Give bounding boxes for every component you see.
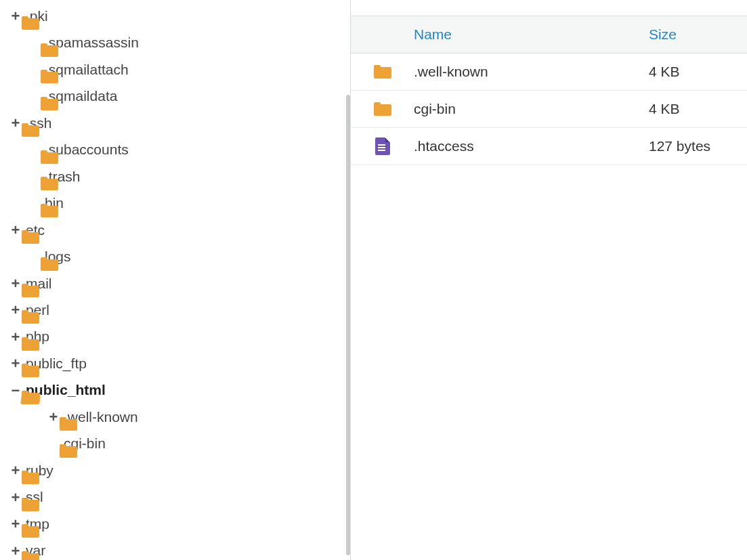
tree-item[interactable]: +.trash	[9, 163, 343, 190]
tree-item[interactable]: +mail	[9, 270, 343, 297]
expand-toggle[interactable]: +	[9, 271, 22, 297]
tree-item[interactable]: +.sqmaildata	[9, 83, 343, 109]
tree-item[interactable]: +.ssh	[9, 110, 343, 136]
expand-toggle[interactable]: +	[9, 3, 22, 29]
folder-tree-panel: +.pki+.spamassassin+.sqmailattach+.sqmai…	[0, 0, 343, 560]
file-name: .well-known	[414, 64, 649, 80]
file-name: .htaccess	[414, 138, 649, 154]
tree-item[interactable]: +cgi-bin	[9, 430, 343, 456]
file-icon	[375, 137, 390, 155]
expand-toggle[interactable]: +	[9, 485, 22, 511]
expand-toggle[interactable]: +	[9, 351, 22, 376]
table-row[interactable]: .htaccess127 bytes	[351, 128, 747, 165]
expand-toggle[interactable]: +	[9, 458, 22, 483]
table-row[interactable]: cgi-bin4 KB	[351, 91, 747, 128]
expand-toggle[interactable]: +	[9, 110, 22, 136]
file-list-panel: Name Size .well-known4 KBcgi-bin4 KB.hta…	[350, 0, 747, 560]
folder-tree: +.pki+.spamassassin+.sqmailattach+.sqmai…	[9, 3, 343, 560]
file-size: 4 KB	[649, 101, 680, 117]
table-row[interactable]: .well-known4 KB	[351, 53, 747, 91]
folder-icon-cell	[351, 65, 414, 79]
tree-item[interactable]: −public_html	[9, 376, 343, 403]
tree-item[interactable]: +logs	[9, 243, 343, 270]
tree-item-label[interactable]: .spamassassin	[45, 35, 139, 51]
tree-item[interactable]: +ssl	[9, 483, 343, 510]
column-header-name[interactable]: Name	[351, 26, 649, 43]
tree-item[interactable]: +ruby	[9, 457, 343, 483]
tree-item[interactable]: +perl	[9, 297, 343, 323]
table-header: Name Size	[351, 16, 747, 53]
tree-item[interactable]: +.pki	[9, 3, 343, 29]
expand-toggle[interactable]: +	[9, 538, 22, 560]
file-size: 4 KB	[649, 64, 680, 80]
tree-item[interactable]: +bin	[9, 190, 343, 216]
file-manager: +.pki+.spamassassin+.sqmailattach+.sqmai…	[0, 0, 747, 560]
collapse-toggle[interactable]: −	[9, 378, 22, 404]
toolbar-spacer	[351, 0, 747, 16]
pane-divider[interactable]	[343, 0, 350, 560]
file-size: 127 bytes	[649, 138, 710, 154]
tree-item[interactable]: +var	[9, 537, 343, 560]
expand-toggle[interactable]: +	[9, 324, 22, 350]
expand-toggle[interactable]: +	[9, 297, 22, 323]
tree-item[interactable]: +tmp	[9, 511, 343, 537]
tree-item[interactable]: +.well-known	[9, 404, 343, 430]
folder-icon-cell	[351, 102, 414, 116]
tree-item[interactable]: +etc	[9, 217, 343, 243]
column-header-size[interactable]: Size	[649, 26, 677, 43]
expand-toggle[interactable]: +	[9, 511, 22, 537]
tree-item[interactable]: +.spamassassin	[9, 29, 343, 56]
tree-item[interactable]: +public_ftp	[9, 350, 343, 376]
folder-icon	[374, 65, 391, 79]
expand-toggle[interactable]: +	[47, 404, 60, 430]
tree-item[interactable]: +.subaccounts	[9, 136, 343, 163]
tree-item[interactable]: +php	[9, 323, 343, 349]
expand-toggle[interactable]: +	[9, 217, 22, 243]
folder-icon	[374, 102, 391, 116]
table-body: .well-known4 KBcgi-bin4 KB.htaccess127 b…	[351, 53, 747, 165]
file-icon-cell	[351, 137, 414, 155]
file-name: cgi-bin	[414, 101, 649, 117]
tree-item[interactable]: +.sqmailattach	[9, 56, 343, 83]
